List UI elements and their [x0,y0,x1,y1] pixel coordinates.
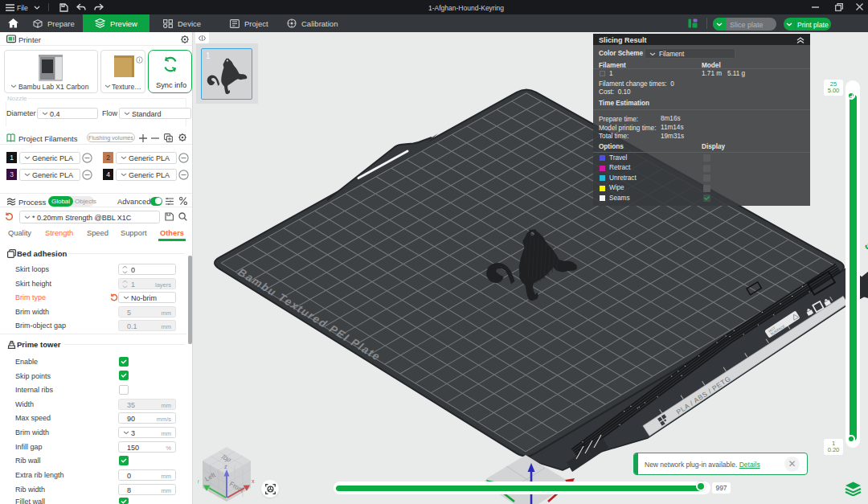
svg-text:z: z [224,464,227,469]
svg-text:97: 97 [862,239,868,258]
svg-text:y: y [198,478,199,485]
svg-text:x: x [252,478,255,484]
